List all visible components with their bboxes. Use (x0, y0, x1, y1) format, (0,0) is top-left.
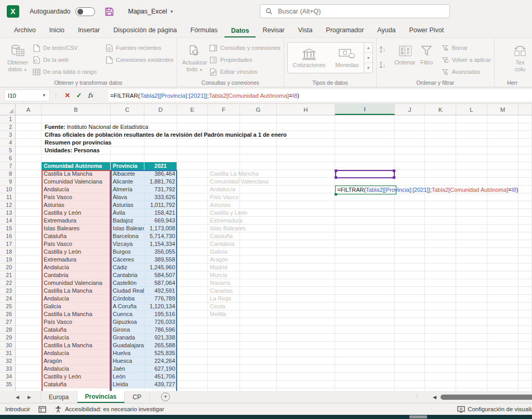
cell-comunidad[interactable]: Extremadura (42, 217, 111, 225)
refresh-all-button[interactable]: Actualizar todo ▼ (180, 41, 209, 77)
row-header-22[interactable]: 22 (0, 279, 15, 287)
cell-2021[interactable]: 158,421 (144, 209, 177, 217)
from-table-range-button[interactable]: De una tabla o rango (32, 67, 105, 77)
sheet-nav-right-icon[interactable]: ▶ (28, 395, 31, 400)
ghost-spill-item[interactable]: Canarias (210, 287, 233, 295)
cell-comunidad[interactable]: País Vasco (42, 240, 111, 248)
row-header-5[interactable]: 5 (0, 147, 15, 154)
formula-input[interactable]: =FILTRAR(Tabla2[[Provincia]:[2021]];Tabl… (108, 89, 532, 101)
sheet-tab-provincias[interactable]: Provincias (77, 391, 125, 403)
cell-comunidad[interactable]: Andalucía (42, 349, 111, 357)
cell-2021[interactable]: 451,706 (144, 373, 177, 381)
sheet-nav-left-icon[interactable]: ◀ (16, 395, 19, 400)
cell-2021[interactable]: 627,190 (144, 365, 177, 373)
row-header-11[interactable]: 11 (0, 193, 15, 201)
insert-function-button[interactable]: fx (85, 90, 96, 101)
cell-comunidad[interactable]: Andalucía (42, 295, 111, 303)
ghost-spill-item[interactable]: Extremadura (210, 217, 243, 225)
cell-2021[interactable]: 786,596 (144, 326, 177, 334)
row-header-4[interactable]: 4 (0, 139, 15, 147)
row-header-24[interactable]: 24 (0, 295, 15, 303)
ghost-spill-item[interactable]: Murcia (210, 271, 227, 279)
row-header-29[interactable]: 29 (0, 334, 15, 342)
ghost-spill-item[interactable]: Ceuta (210, 303, 225, 310)
row-header-32[interactable]: 32 (0, 357, 15, 365)
cell-provincia[interactable]: Cáceres (111, 256, 144, 264)
cell-comunidad[interactable]: Cataluña (42, 326, 111, 334)
column-header-n[interactable] (518, 104, 532, 115)
ghost-spill-item[interactable]: Aragón (210, 256, 228, 264)
row-header-30[interactable]: 30 (0, 342, 15, 349)
column-header-F[interactable]: F (208, 104, 240, 115)
cell-2021[interactable]: 776,789 (144, 295, 177, 303)
row-header-2[interactable]: 2 (0, 123, 15, 131)
cell-comunidad[interactable]: Cataluña (42, 381, 111, 388)
cells-area[interactable]: Fuente: Instituto Nacional de Estadístic… (16, 115, 532, 391)
column-header-G[interactable]: G (240, 104, 277, 115)
ghost-spill-item[interactable]: Cantabria (210, 240, 235, 248)
horizontal-scrollbar[interactable] (441, 395, 532, 400)
cell-2021[interactable]: 1,120,134 (144, 303, 177, 310)
cell-2021[interactable]: 492,591 (144, 287, 177, 295)
cell-provincia[interactable]: Lleida (111, 381, 144, 388)
cell-2021[interactable]: 333,626 (144, 193, 177, 201)
row-header-20[interactable]: 20 (0, 264, 15, 271)
cell-comunidad[interactable]: Andalucía (42, 264, 111, 271)
cell-provincia[interactable]: Cuenca (111, 310, 144, 318)
column-header-C[interactable]: C (111, 104, 144, 115)
cell-comunidad[interactable]: Comunidad Valenciana (42, 279, 111, 287)
sheet-tab-cp[interactable]: CP (125, 391, 150, 403)
ghost-spill-item[interactable]: Navarra (210, 279, 230, 287)
cell-provincia[interactable]: Almería (111, 186, 144, 193)
cell-2021[interactable]: 195,516 (144, 310, 177, 318)
cell-comunidad[interactable]: Asturias (42, 201, 111, 209)
sort-za-button[interactable]: ZA↓ (380, 59, 394, 71)
cell-provincia[interactable]: Alicante (111, 178, 144, 186)
cell-provincia[interactable]: Barcelona (111, 232, 144, 240)
cell-2021[interactable]: 265,588 (144, 342, 177, 349)
ghost-spill-item[interactable]: País Vasco (210, 193, 238, 201)
row-header-27[interactable]: 27 (0, 318, 15, 326)
cell-b2[interactable]: Fuente: Instituto Nacional de Estadístic… (45, 123, 148, 131)
cell-2021[interactable]: 386,464 (144, 170, 177, 178)
row-header-9[interactable]: 9 (0, 178, 15, 186)
cell-comunidad[interactable]: Extremadura (42, 256, 111, 264)
row-header-10[interactable]: 10 (0, 186, 15, 193)
ghost-spill-item[interactable]: Andalucía (210, 186, 235, 193)
stocks-button[interactable]: Cotizaciones (292, 48, 325, 68)
ghost-spill-item[interactable]: Cataluña (210, 232, 233, 240)
from-web-button[interactable]: De la web (32, 55, 105, 65)
ribbon-tab-insertar[interactable]: Insertar (71, 24, 107, 37)
cell-comunidad[interactable]: Cataluña (42, 232, 111, 240)
column-header-H[interactable]: H (277, 104, 335, 115)
row-header-6[interactable]: 6 (0, 154, 15, 162)
row-header-26[interactable]: 26 (0, 310, 15, 318)
cell-provincia[interactable]: Ávila (111, 209, 144, 217)
macro-record-button[interactable] (38, 406, 46, 413)
ghost-spill-item[interactable]: Castilla La Mancha (210, 170, 259, 178)
cell-provincia[interactable]: Burgos (111, 248, 144, 256)
queries-connections-button[interactable]: Consultas y conexiones (209, 43, 281, 53)
select-all-corner[interactable] (0, 104, 16, 115)
cell-2021[interactable]: 1,154,334 (144, 240, 177, 248)
reapply-filter-button[interactable]: Volver a aplicar (441, 55, 491, 65)
cell-provincia[interactable]: Vizcaya (111, 240, 144, 248)
cell-2021[interactable]: 587,064 (144, 279, 177, 287)
ribbon-tab-disposición-de-página[interactable]: Disposición de página (107, 24, 183, 37)
cell-provincia[interactable]: Granada (111, 334, 144, 342)
scrollbar-resize-handle[interactable]: ⋮ (415, 393, 420, 399)
column-header-I[interactable]: I (335, 104, 395, 115)
ghost-spill-item[interactable]: Melilla (210, 310, 226, 318)
document-title[interactable]: Mapas_Excel (128, 8, 167, 15)
cell-provincia[interactable]: Córdoba (111, 295, 144, 303)
clear-filter-button[interactable]: Borrar (441, 43, 491, 53)
ribbon-tab-inicio[interactable]: Inicio (43, 24, 71, 37)
row-header-16[interactable]: 16 (0, 232, 15, 240)
ribbon-tab-datos[interactable]: Datos (224, 24, 256, 38)
row-header-28[interactable]: 28 (0, 326, 15, 334)
cell-comunidad[interactable]: Castilla La Mancha (42, 170, 111, 178)
cell-comunidad[interactable]: Castilla La Mancha (42, 287, 111, 295)
cell-provincia[interactable]: Castellón (111, 279, 144, 287)
table-header-row[interactable]: Comunidad Autónoma Provincia 2021 (42, 162, 177, 170)
add-sheet-button[interactable]: + (161, 392, 170, 401)
